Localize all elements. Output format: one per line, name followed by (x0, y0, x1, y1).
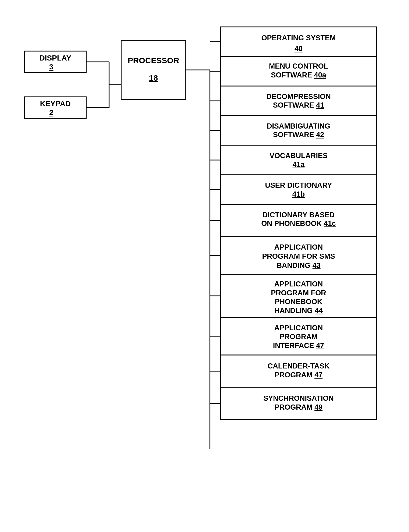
calendar-line2: PROGRAM 47 (275, 371, 323, 379)
appsms-line1: APPLICATION (274, 243, 323, 251)
appphone-line4: HANDLING 44 (274, 307, 323, 315)
sync-line1: SYNCHRONISATION (263, 394, 334, 402)
display-ref: 3 (49, 63, 53, 71)
decomp-line1: DECOMPRESSION (266, 93, 331, 101)
display-label: DISPLAY (40, 54, 71, 62)
svg-rect-13 (221, 86, 376, 116)
svg-rect-19 (221, 175, 376, 204)
mcs-line1: MENU CONTROL (269, 62, 328, 70)
svg-rect-2 (121, 40, 186, 100)
sync-line2: PROGRAM 49 (275, 403, 323, 411)
userdict-ref: 41b (292, 190, 305, 198)
decomp-line2: SOFTWARE 41 (273, 101, 324, 109)
appinterface-line2: PROGRAM (280, 333, 318, 341)
dictphone-line2: ON PHONEBOOK 41c (261, 219, 336, 228)
dictphone-line1: DICTIONARY BASED (263, 211, 335, 219)
calendar-line1: CALENDER-TASK (268, 362, 330, 370)
disamb-line2: SOFTWARE 42 (273, 131, 324, 139)
diagram-container: DISPLAY 3 KEYPAD 2 PROCESSOR 18 (16, 16, 393, 514)
vocab-ref: 41a (292, 161, 305, 169)
vocab-line1: VOCABULARIES (270, 152, 328, 160)
mcs-line2: SOFTWARE 40a (271, 71, 327, 79)
appphone-line1: APPLICATION (274, 280, 323, 288)
appsms-line2: PROGRAM FOR SMS (262, 252, 335, 260)
processor-label: PROCESSOR (128, 56, 179, 65)
appphone-line2: PROGRAM FOR (271, 289, 326, 297)
svg-rect-17 (221, 145, 376, 175)
appinterface-line3: INTERFACE 47 (273, 342, 324, 350)
keypad-label: KEYPAD (40, 100, 71, 108)
os-label: OPERATING SYSTEM (261, 34, 336, 42)
disamb-line1: DISAMBIGUATING (267, 122, 331, 130)
os-ref: 40 (295, 45, 303, 53)
appphone-line3: PHONEBOOK (275, 298, 322, 306)
appinterface-line1: APPLICATION (274, 324, 323, 332)
processor-ref: 18 (149, 73, 158, 82)
keypad-ref: 2 (49, 108, 53, 117)
userdict-line1: USER DICTIONARY (265, 181, 332, 189)
svg-rect-15 (221, 116, 376, 145)
appsms-line3: BANDING 43 (277, 261, 321, 269)
block-diagram-svg: DISPLAY 3 KEYPAD 2 PROCESSOR 18 (16, 16, 393, 514)
